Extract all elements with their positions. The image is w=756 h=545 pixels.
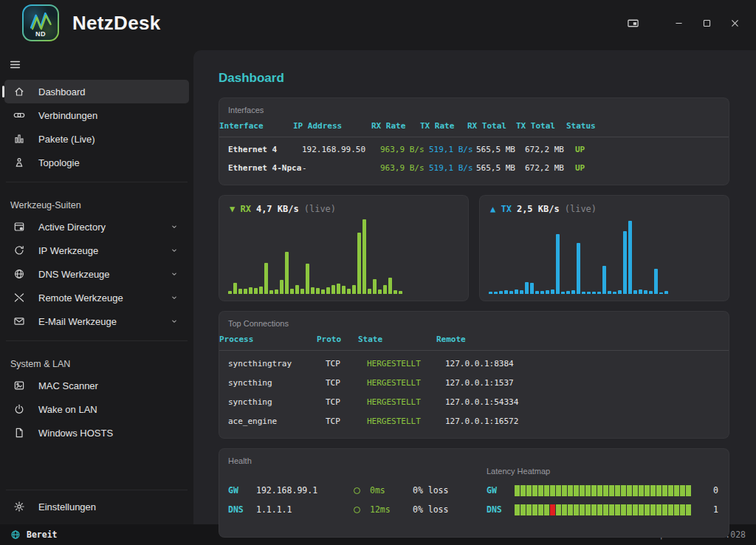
sidebar-item-wake-on-lan[interactable]: Wake on LAN <box>4 397 189 421</box>
close-button[interactable] <box>721 10 749 35</box>
heatmap-cell-ok <box>656 485 662 496</box>
tx-chart-bar <box>654 269 658 294</box>
sidebar-item-remote-werkzeuge[interactable]: Remote Werkzeuge <box>4 286 189 309</box>
col-remote: Remote <box>436 335 729 344</box>
sidebar-item-dns-werkzeuge[interactable]: DNS Werkzeuge <box>4 262 189 286</box>
sidebar-item-dashboard[interactable]: Dashboard <box>4 80 189 103</box>
heatmap-cell-ok <box>621 504 626 515</box>
tx-chart-bar <box>509 291 513 294</box>
logo-text: ND <box>24 30 58 38</box>
app-logo: ND <box>22 4 59 41</box>
sidebar-item-topologie[interactable]: Topologie <box>4 151 189 174</box>
sidebar-item-active-directory[interactable]: Active Directory <box>4 215 189 239</box>
tx-chart-bar <box>587 292 591 294</box>
interface-rx-rate: 963,9 B/s <box>380 145 429 154</box>
remote-address: 127.0.0.1:8384 <box>445 359 720 369</box>
tx-chart-bar <box>556 234 560 294</box>
heatmap-cell-ok <box>627 504 632 515</box>
heatmap-row-label: GW <box>487 485 515 496</box>
menu-toggle-button[interactable] <box>0 55 30 74</box>
sidebar-item-windows-hosts[interactable]: Windows HOSTS <box>4 421 189 445</box>
target-address: 192.168.99.1 <box>256 485 354 496</box>
table-row[interactable]: Ethernet 4 192.168.99.50 963,9 B/s 519,1… <box>228 140 720 159</box>
tx-chart-bar <box>613 292 616 294</box>
sidebar-section-title: Werkzeug-Suiten <box>10 193 193 210</box>
heatmap-cell-ok <box>650 485 656 496</box>
sidebar-item-ip-werkzeuge[interactable]: IP Werkzeuge <box>4 239 189 262</box>
process-name: ace_engine <box>228 417 326 426</box>
rx-chart-bar <box>347 289 351 294</box>
heatmap-cell-ok <box>526 504 532 515</box>
tx-chart-bar <box>659 292 663 294</box>
page-title: Dashboard <box>219 71 729 86</box>
tx-chart-bar <box>499 291 503 294</box>
col-status: Status <box>566 121 729 131</box>
sidebar-item-label: MAC Scanner <box>38 380 98 391</box>
connection-state: HERGESTELLT <box>367 359 445 369</box>
table-row[interactable]: syncthing TCP HERGESTELLT 127.0.0.1:5433… <box>228 392 720 411</box>
heatmap-cell-ok <box>615 504 620 515</box>
heatmap-cell-ok <box>615 485 620 496</box>
status-globe-icon <box>10 529 21 540</box>
tx-chart-bar <box>582 292 585 294</box>
sidebar-item-mac-scanner[interactable]: MAC Scanner <box>4 374 189 397</box>
sidebar-item-email-werkzeuge[interactable]: E-Mail Werkzeuge <box>4 309 189 333</box>
tx-chart-bar <box>530 283 534 294</box>
protocol: TCP <box>326 397 367 407</box>
heatmap-cell-ok <box>609 485 614 496</box>
interface-tx-total: 672,2 MB <box>525 163 575 173</box>
heatmap-cell-ok <box>674 504 679 515</box>
heatmap-cells <box>515 504 691 515</box>
connections-table-header: Process Proto State Remote <box>219 328 729 351</box>
tx-label: TX <box>501 204 511 214</box>
heatmap-cell-ok <box>568 485 573 496</box>
interface-rx-rate: 963,9 B/s <box>380 163 429 173</box>
table-row[interactable]: Ethernet 4-Npca - 963,9 B/s 519,1 B/s 56… <box>228 159 720 177</box>
col-rx-rate: RX Rate <box>371 121 420 131</box>
sidebar-item-pakete-live[interactable]: Pakete (Live) <box>4 127 189 151</box>
rx-chart-bar <box>259 287 263 294</box>
maximize-button[interactable] <box>693 10 721 35</box>
heatmap-cell-ok <box>520 485 526 496</box>
heatmap-cell-ok <box>591 485 597 496</box>
tray-icon[interactable] <box>619 10 647 35</box>
rx-chart-bar <box>373 279 377 294</box>
heatmap-cell-ok <box>562 504 567 515</box>
heatmap-cell-ok <box>585 504 591 515</box>
heatmap-cell-ok <box>639 504 644 515</box>
table-row[interactable]: syncthing TCP HERGESTELLT 127.0.0.1:1537 <box>228 373 720 392</box>
sidebar-item-einstellungen[interactable]: Einstellungen <box>4 495 189 518</box>
rx-chart-bar <box>362 219 366 294</box>
tx-chart-bar <box>623 231 627 294</box>
loss-value: 0% loss <box>413 504 487 515</box>
tx-chart-bar <box>597 292 601 294</box>
heatmap-cell-ok <box>680 504 685 515</box>
interfaces-table-header: Interface IP Address RX Rate TX Rate RX … <box>219 114 729 137</box>
tx-chart-header: ▲ TX 2,5 KB/s (live) <box>490 204 597 214</box>
interface-ip: 192.168.99.50 <box>302 145 380 154</box>
tx-chart-bar <box>649 291 653 294</box>
rx-chart-bar <box>378 289 382 294</box>
sidebar-item-label: Active Directory <box>38 222 106 233</box>
rx-chart-header: ▼ RX 4,7 KB/s (live) <box>230 204 336 214</box>
heatmap-cell-ok <box>603 485 608 496</box>
sidebar-nav: Dashboard Verbindungen <box>0 80 193 445</box>
table-row[interactable]: syncthingtray TCP HERGESTELLT 127.0.0.1:… <box>228 354 720 373</box>
heatmap-cell-ok <box>580 485 585 496</box>
heatmap-cell-ok <box>633 504 638 515</box>
table-row[interactable]: ace_engine TCP HERGESTELLT 127.0.0.1:165… <box>228 411 720 431</box>
heatmap-cell-ok <box>585 485 591 496</box>
connections-card-title: Top Connections <box>228 319 720 328</box>
sidebar-item-verbindungen[interactable]: Verbindungen <box>4 103 189 127</box>
heatmap-cell-ok <box>662 485 667 496</box>
minimize-button[interactable] <box>664 10 693 35</box>
scanner-image-icon <box>13 380 25 391</box>
health-row-gw: GW 192.168.99.1 0ms 0% loss <box>228 483 487 498</box>
tx-chart-bar <box>540 291 544 294</box>
interfaces-card: Interfaces Interface IP Address RX Rate … <box>219 97 729 185</box>
tx-chart-bar <box>592 292 596 294</box>
health-row-dns: DNS 1.1.1.1 12ms 0% loss <box>228 502 487 517</box>
home-icon <box>13 86 25 97</box>
heatmap-cell-ok <box>580 504 585 515</box>
heatmap-cell-ok <box>645 504 650 515</box>
